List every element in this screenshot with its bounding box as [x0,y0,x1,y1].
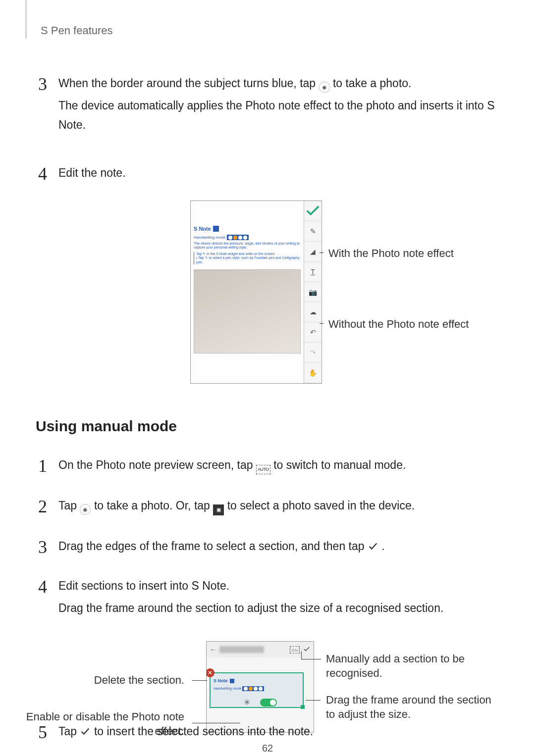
hw-label: Handwriting mode [194,235,225,240]
snote-icon [230,679,234,683]
manual-step-1: 1 On the Photo note preview screen, tap … [36,455,499,477]
effect-toggle[interactable] [260,699,277,706]
callout-with-effect: With the Photo note effect [328,246,454,261]
gallery-icon: ▣ [213,504,224,515]
text: Tap [58,499,80,512]
step-number: 3 [36,537,50,558]
text-icon[interactable]: T [304,262,321,282]
callout-line [301,659,321,659]
callout-drag-frame: Drag the frame around the section to adj… [326,693,499,721]
check-icon[interactable] [303,645,311,655]
back-icon[interactable]: ← [210,646,216,654]
page-number: 62 [0,743,535,754]
step-number: 1 [36,455,50,477]
step-number: 2 [36,496,50,517]
step-body: Edit sections to insert into S Note. Dra… [58,576,443,618]
text: Drag the edges of the frame to select a … [58,540,368,553]
manual-step-3: 3 Drag the edges of the frame to select … [36,537,499,558]
camera-shutter-icon: ◉ [319,82,330,93]
step-number: 4 [36,163,50,185]
step-body: Tap to insert the selected sections into… [58,722,313,743]
mode-chips [242,686,264,691]
hw-label: Handwriting mode [214,687,241,690]
text: to switch to manual mode. [273,458,406,471]
callout-delete-section: Delete the section. [94,673,184,688]
step-body: On the Photo note preview screen, tap AU… [58,455,406,477]
photo-note-icon[interactable]: 📷 [304,282,321,302]
redo-icon[interactable]: ↷ [304,343,321,363]
screenshot: S Note Handwriting mode The device detec… [190,201,322,384]
step-number: 4 [36,576,50,618]
step-number: 3 [36,74,50,135]
text: to take a photo. Or, tap [94,499,213,512]
step-3: 3 When the border around the subject tur… [36,74,499,135]
snote-title: S Note [194,225,211,233]
text: to select a photo saved in the device. [227,499,415,512]
subheading-manual-mode: Using manual mode [36,418,177,435]
text: Drag the frame around the section to adj… [58,602,443,614]
step-body: Edit the note. [58,163,126,185]
auto-mode-icon: AUTO [256,465,270,474]
callout-line [320,252,323,253]
camera-shutter-icon: ◉ [80,504,91,515]
hand-icon[interactable]: ✋ [304,363,321,383]
manual-step-2: 2 Tap ◉ to take a photo. Or, tap ▣ to se… [36,496,499,517]
undo-icon[interactable]: ↶ [304,322,321,343]
eraser-icon[interactable]: ◢ [304,242,321,262]
manual-step-5: 5 Tap to insert the selected sections in… [36,722,499,743]
manual-step-4: 4 Edit sections to insert into S Note. D… [36,576,499,618]
cloud-icon[interactable]: ☁ [304,302,321,322]
snote-title: S Note [214,677,228,684]
text: Edit sections to insert into S Note. [58,579,229,592]
callout-line [192,680,207,681]
text: to take a photo. [333,77,412,90]
toolbar: ✎ ◢ T 📷 ☁ ↶ ↷ ✋ [304,201,321,383]
bullet-text: Tap ✎ in the S Note widget and write on … [194,252,301,264]
text: When the border around the subject turns… [58,77,319,90]
check-icon [368,538,378,549]
callout-without-effect: Without the Photo note effect [328,317,469,332]
header-rule [26,0,26,39]
pen-icon[interactable]: ✎ [304,221,321,242]
add-section-icon[interactable]: ▭₊ [290,646,300,654]
section-header: S Pen features [41,24,113,37]
title-blurred [219,646,264,653]
step-4: 4 Edit the note. [36,163,499,185]
text: The device automatically applies the Pho… [58,99,495,131]
text: On the Photo note preview screen, tap [58,458,256,471]
text: to insert the selected sections into the… [94,725,313,738]
effect-icon: ✳ [244,698,250,707]
callout-add-section: Manually add a section to be recognised. [326,652,499,680]
check-icon [80,723,91,734]
step-body: Tap ◉ to take a photo. Or, tap ▣ to sele… [58,496,415,517]
screenshot: ← ▭₊ ✕ S Note Handwriting mode ✳ [206,641,314,733]
mode-chips [227,235,249,240]
text: . [381,540,384,553]
step-body: Drag the edges of the frame to select a … [58,537,385,558]
step-body: When the border around the subject turns… [58,74,499,135]
callout-line [320,323,323,324]
step-number: 5 [36,722,50,743]
photo-thumbnail [194,269,301,353]
callout-line [306,700,321,701]
snote-icon [213,226,219,232]
text: Tap [58,725,80,738]
callout-line [301,651,302,659]
check-icon[interactable] [304,201,321,221]
desc-text: The device detects the pressure, angle, … [194,242,301,250]
